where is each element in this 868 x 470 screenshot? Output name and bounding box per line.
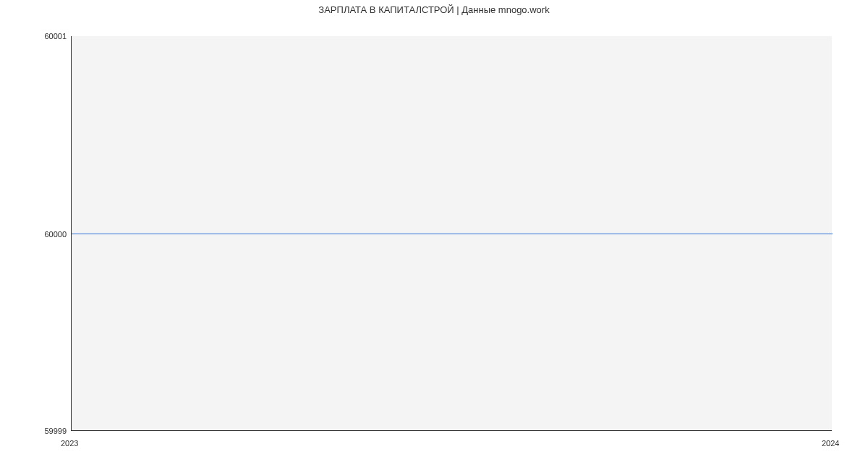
x-tick-label: 2023	[61, 440, 78, 448]
chart-title: ЗАРПЛАТА В КАПИТАЛСТРОЙ | Данные mnogo.w…	[0, 4, 868, 15]
y-tick-label: 60001	[30, 33, 67, 40]
y-tick-label: 60000	[30, 231, 67, 239]
plot-area	[71, 36, 832, 431]
x-tick-label: 2024	[822, 440, 839, 448]
y-tick-label: 59999	[30, 427, 67, 435]
line-series	[72, 234, 833, 234]
